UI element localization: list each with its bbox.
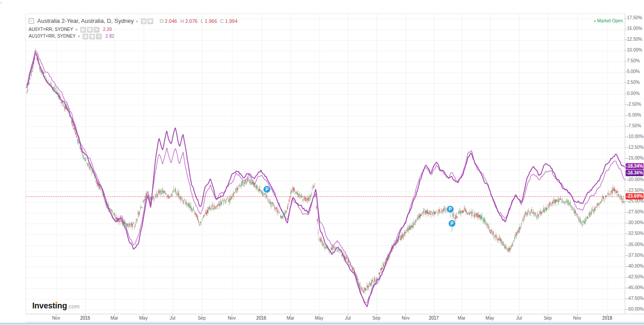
visibility-icon[interactable]: ◎	[80, 27, 86, 33]
low-value: 1.966	[205, 18, 217, 24]
price-tick-label: -7.50%	[627, 123, 641, 128]
open-value: 2.046	[165, 18, 177, 24]
investing-logo[interactable]: Investıng.com	[32, 301, 80, 311]
time-tick-label: Jul	[345, 316, 351, 321]
settings-icon[interactable]: ⚙	[87, 27, 93, 33]
open-label: O	[160, 18, 164, 24]
time-tick-label: Sep	[544, 316, 552, 321]
svg-text:P: P	[450, 221, 454, 226]
price-tick-label: -2.50%	[627, 102, 641, 107]
time-tick-label: Nov	[573, 316, 581, 321]
price-tick-label: 7.50%	[627, 58, 640, 63]
price-tick-label: -32.50%	[627, 231, 644, 236]
chevron-down-icon[interactable]: ▾	[136, 19, 138, 24]
time-tick-label: May	[315, 316, 324, 321]
compare-value: 2.39	[103, 27, 112, 32]
grid	[26, 14, 625, 314]
price-tick-label: -22.50%	[627, 188, 644, 193]
main-symbol-row: −Australia 2-Year, Australia, D, Sydney▾…	[29, 17, 238, 26]
logo-text: Invest	[32, 301, 55, 310]
stray-dot: .	[0, 0, 2, 4]
time-tick-label: 2016	[256, 316, 266, 321]
price-tick-label: 5.00%	[627, 69, 640, 74]
svg-text:P: P	[265, 187, 268, 192]
price-tick-label: -30.00%	[627, 220, 644, 225]
low-label: L	[201, 18, 203, 24]
price-tick-label: -10.00%	[627, 134, 644, 139]
close-value: 1.994	[225, 18, 238, 24]
time-tick-label: Jul	[516, 316, 522, 321]
pin-markers: PPP	[263, 186, 455, 232]
price-tick-label: -42.50%	[627, 274, 644, 279]
compare-row-au10yt: AU10YT=RR, SYDNEY▾◎⚙×2.82	[29, 33, 238, 40]
time-tick-label: Nov	[52, 316, 60, 321]
compare-line-AU5YT=RR	[26, 51, 624, 303]
price-tick-label: -20.00%	[627, 177, 644, 182]
compare-line-AU10YT=RR	[26, 53, 624, 307]
legend: −Australia 2-Year, Australia, D, Sydney▾…	[29, 17, 238, 40]
chevron-down-icon[interactable]: ▾	[75, 27, 78, 32]
pin-marker[interactable]: P	[263, 186, 270, 198]
price-tick-label: 10.00%	[627, 48, 642, 52]
ohlc-values: O2.046H2.076L1.966C1.994	[156, 18, 238, 24]
price-tick-label: -15.00%	[627, 156, 644, 160]
time-tick-label: Mar	[286, 316, 294, 321]
bottom-scroll-strip	[0, 323, 644, 325]
price-tick-label: 17.50%	[627, 15, 642, 20]
time-tick-label: Nov	[228, 316, 236, 321]
price-badge: -23.69%	[626, 193, 644, 199]
price-tick-label: -25.00%	[627, 199, 644, 204]
visibility-icon[interactable]: ◎	[141, 18, 147, 24]
logo-i: ı	[55, 301, 57, 310]
time-tick-label: Sep	[198, 316, 206, 321]
market-status: ●Market Open	[594, 18, 623, 23]
price-axis[interactable]: 17.50%15.00%12.50%10.00%7.50%5.00%2.50%0…	[625, 13, 644, 321]
time-tick-label: 2015	[80, 316, 90, 321]
price-tick-label: -50.00%	[627, 307, 644, 312]
time-tick-label: 2017	[429, 316, 439, 321]
market-status-label: Market Open	[597, 18, 623, 23]
time-tick-label: Sep	[372, 316, 380, 321]
price-tick-label: -12.50%	[627, 145, 644, 150]
price-tick-label: -40.00%	[627, 264, 644, 269]
compare-symbol[interactable]: AU5YT=RR, SYDNEY	[29, 27, 73, 32]
price-tick-label: -45.00%	[627, 285, 644, 290]
logo-suffix: .com	[67, 303, 79, 310]
compare-row-au5yt: AU5YT=RR, SYDNEY▾◎⚙×2.39	[29, 26, 238, 33]
high-value: 2.076	[185, 18, 198, 24]
close-icon[interactable]: ×	[96, 34, 102, 39]
svg-text:P: P	[449, 207, 452, 212]
close-icon[interactable]: ×	[94, 27, 99, 33]
settings-icon[interactable]: ⚙	[89, 34, 95, 39]
price-badge: -18.36%	[626, 170, 644, 176]
close-label: C	[220, 18, 224, 24]
plot-area[interactable]: PPP −Australia 2-Year, Australia, D, Syd…	[26, 13, 625, 314]
price-tick-label: -47.50%	[627, 296, 644, 301]
time-tick-label: Mar	[110, 316, 118, 321]
collapse-icon[interactable]: −	[29, 18, 34, 24]
price-tick-label: 0.00%	[627, 91, 640, 96]
compare-symbol[interactable]: AU10YT=RR, SYDNEY	[29, 34, 76, 39]
candlestick-series	[26, 48, 624, 294]
plot-svg[interactable]: PPP	[26, 14, 625, 314]
visibility-icon[interactable]: ◎	[82, 34, 88, 39]
price-tick-label: -27.50%	[627, 209, 644, 214]
compare-value: 2.82	[105, 34, 114, 39]
time-tick-label: May	[486, 316, 494, 321]
time-axis[interactable]: Nov2015MarMayJulSepNov2016MarMayJulSepNo…	[26, 314, 644, 322]
settings-icon[interactable]: ⚙	[147, 18, 153, 24]
symbol-title[interactable]: Australia 2-Year, Australia, D, Sydney	[37, 17, 134, 24]
price-tick-label: -37.50%	[627, 253, 644, 258]
high-label: H	[180, 18, 184, 24]
pin-marker[interactable]: P	[449, 220, 456, 232]
chevron-down-icon[interactable]: ▾	[78, 34, 80, 39]
price-tick-label: 12.50%	[627, 37, 642, 42]
pin-marker[interactable]: P	[447, 206, 454, 218]
price-tick-label: -5.00%	[627, 113, 641, 117]
logo-text: ng	[57, 301, 67, 310]
price-badge: -18.34%	[626, 163, 644, 169]
chart-page: . PPP −Australia 2-Year, Australia, D, S…	[0, 0, 644, 325]
time-tick-label: May	[139, 316, 148, 321]
logo-orange-dot-icon	[56, 302, 57, 303]
time-tick-label: Nov	[402, 316, 410, 321]
